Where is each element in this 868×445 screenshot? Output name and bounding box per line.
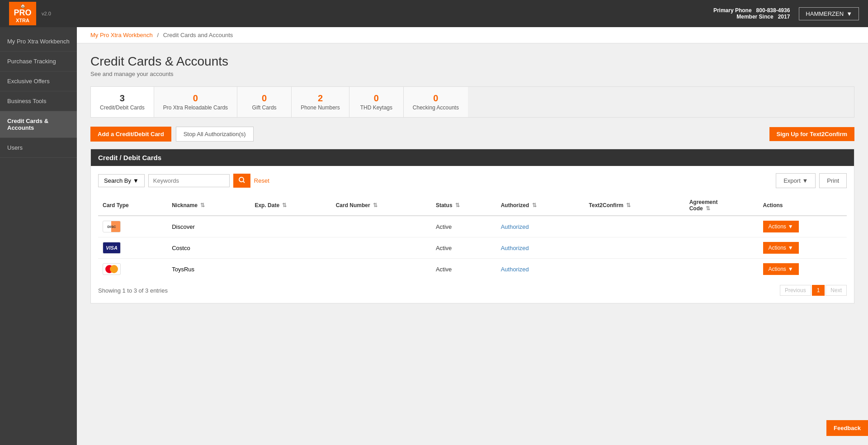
sort-icon: ⇅ [532, 202, 537, 208]
authorized-link[interactable]: Authorized [501, 245, 529, 251]
tab-gift-cards[interactable]: 0Gift Cards [237, 87, 292, 117]
stop-authorization-button[interactable]: Stop All Authorization(s) [176, 127, 254, 142]
agreement-code-cell [685, 259, 759, 280]
tab-pro-xtra-reloadable-cards[interactable]: 0Pro Xtra Reloadable Cards [154, 87, 237, 117]
app-layout: My Pro Xtra WorkbenchPurchase TrackingEx… [0, 27, 868, 445]
tab-thd-keytags[interactable]: 0THD Keytags [349, 87, 404, 117]
export-button[interactable]: Export ▼ [776, 173, 816, 188]
print-button[interactable]: Print [819, 173, 847, 188]
col-card-type: Card Type [98, 195, 167, 216]
sidebar-item-credit-cards---accounts[interactable]: Credit Cards & Accounts [0, 111, 77, 138]
authorized-cell: Authorized [496, 237, 585, 259]
action-left: Add a Credit/Debit Card Stop All Authori… [90, 127, 254, 142]
authorized-link[interactable]: Authorized [501, 266, 529, 273]
card-section-body: Search By ▼ Reset [91, 166, 854, 303]
svg-line-1 [243, 181, 245, 183]
agreement-code-cell [685, 216, 759, 237]
col-agreement-code: AgreementCode ⇅ [685, 195, 759, 216]
search-submit-button[interactable] [233, 174, 250, 188]
sidebar-item-my-pro-xtra-workbench[interactable]: My Pro Xtra Workbench [0, 32, 77, 52]
breadcrumb: My Pro Xtra Workbench / Credit Cards and… [77, 27, 868, 43]
actions-cell: Actions ▼ [759, 237, 847, 259]
reset-link[interactable]: Reset [254, 177, 269, 184]
status-cell: Active [431, 237, 496, 259]
chevron-down-icon: ▼ [788, 245, 793, 251]
member-since-year: 2017 [778, 14, 790, 20]
search-by-label: Search By [104, 177, 131, 184]
action-row: Add a Credit/Debit Card Stop All Authori… [90, 127, 854, 142]
nickname-cell: ToysRus [167, 259, 250, 280]
col-exp-date: Exp. Date ⇅ [250, 195, 331, 216]
actions-button[interactable]: Actions ▼ [763, 221, 799, 232]
tab-checking-accounts[interactable]: 0Checking Accounts [404, 87, 468, 117]
sort-icon: ⇅ [373, 202, 377, 208]
feedback-button[interactable]: Feedback [826, 420, 868, 436]
tab-phone-numbers[interactable]: 2Phone Numbers [292, 87, 349, 117]
header-left: 🏠 PRO XTRA v2.0 [9, 2, 51, 25]
authorized-cell: Authorized [496, 259, 585, 280]
text2confirm-cell [585, 216, 685, 237]
nickname-cell: Costco [167, 237, 250, 259]
sidebar: My Pro Xtra WorkbenchPurchase TrackingEx… [0, 27, 77, 445]
breadcrumb-separator: / [157, 32, 159, 38]
logo: 🏠 PRO XTRA [9, 2, 36, 25]
actions-button[interactable]: Actions ▼ [763, 242, 799, 254]
col-card-number: Card Number ⇅ [331, 195, 431, 216]
primary-phone-value: 800-838-4936 [756, 7, 790, 14]
table-row: DISC Discover Active Authorized Actions … [98, 216, 847, 237]
logo-pro: PRO [14, 9, 31, 18]
user-menu-button[interactable]: HAMMERZEN ▼ [799, 7, 859, 20]
app-version: v2.0 [42, 11, 51, 16]
text2confirm-cell [585, 237, 685, 259]
page-title: Credit Cards & Accounts [90, 54, 854, 69]
search-icon [239, 177, 245, 183]
nickname-cell: Discover [167, 216, 250, 237]
sidebar-item-purchase-tracking[interactable]: Purchase Tracking [0, 52, 77, 71]
sidebar-item-users[interactable]: Users [0, 138, 77, 158]
tab-credit-debit-cards[interactable]: 3Credit/Debit Cards [91, 87, 154, 117]
status-cell: Active [431, 216, 496, 237]
pagination-buttons: Previous 1 Next [780, 285, 847, 296]
sidebar-item-business-tools[interactable]: Business Tools [0, 91, 77, 111]
chevron-down-icon: ▼ [788, 223, 793, 230]
authorized-link[interactable]: Authorized [501, 223, 529, 230]
card-number-cell [331, 237, 431, 259]
member-since-line: Member Since 2017 [713, 14, 790, 20]
col-status: Status ⇅ [431, 195, 496, 216]
card-type-cell: DISC [98, 216, 167, 237]
breadcrumb-home-link[interactable]: My Pro Xtra Workbench [90, 32, 153, 38]
col-actions: Actions [759, 195, 847, 216]
search-row: Search By ▼ Reset [98, 173, 847, 188]
credit-debit-card-section: Credit / Debit Cards Search By ▼ [90, 149, 854, 303]
exp-date-cell [250, 259, 331, 280]
chevron-down-icon: ▼ [133, 177, 139, 184]
pagination-row: Showing 1 to 3 of 3 entries Previous 1 N… [98, 279, 847, 296]
text2confirm-cell [585, 259, 685, 280]
tab-bar: 3Credit/Debit Cards0Pro Xtra Reloadable … [90, 86, 854, 118]
card-type-cell: VISA [98, 237, 167, 259]
previous-page-button[interactable]: Previous [780, 285, 811, 296]
text2confirm-button[interactable]: Sign Up for Text2Confirm [769, 127, 854, 141]
card-number-cell [331, 216, 431, 237]
sidebar-item-exclusive-offers[interactable]: Exclusive Offers [0, 71, 77, 91]
page-subtitle: See and manage your accounts [90, 71, 854, 77]
actions-cell: Actions ▼ [759, 216, 847, 237]
page-content: Credit Cards & Accounts See and manage y… [77, 43, 868, 314]
col-text2confirm: Text2Confirm ⇅ [585, 195, 685, 216]
next-page-button[interactable]: Next [826, 285, 847, 296]
actions-button[interactable]: Actions ▼ [763, 263, 799, 275]
card-section-header: Credit / Debit Cards [91, 149, 854, 166]
logo-xtra: XTRA [16, 18, 29, 23]
main-content: My Pro Xtra Workbench / Credit Cards and… [77, 27, 868, 445]
page-1-button[interactable]: 1 [812, 285, 825, 296]
primary-phone-line: Primary Phone 800-838-4936 [713, 7, 790, 14]
authorized-cell: Authorized [496, 216, 585, 237]
user-name-label: HAMMERZEN [806, 10, 844, 17]
search-by-button[interactable]: Search By ▼ [98, 174, 145, 187]
showing-entries-text: Showing 1 to 3 of 3 entries [98, 287, 168, 294]
actions-cell: Actions ▼ [759, 259, 847, 280]
col-authorized: Authorized ⇅ [496, 195, 585, 216]
chevron-down-icon: ▼ [788, 266, 793, 272]
search-input[interactable] [148, 174, 230, 187]
add-card-button[interactable]: Add a Credit/Debit Card [90, 127, 171, 142]
